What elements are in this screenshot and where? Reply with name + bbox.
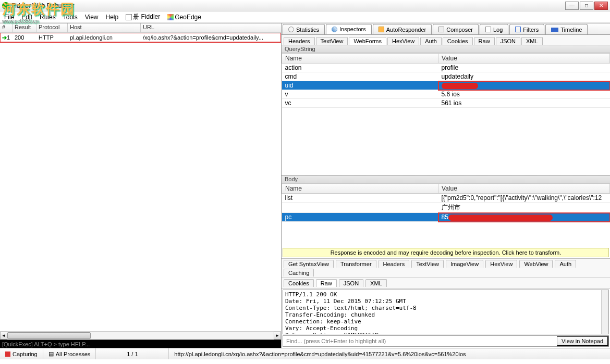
menu-view[interactable]: View xyxy=(85,14,99,21)
capture-icon xyxy=(5,352,10,357)
reqtab-json[interactable]: JSON xyxy=(496,37,520,45)
menu-help[interactable]: Help xyxy=(106,14,119,21)
table-row[interactable]: uid xyxy=(282,81,610,90)
qs-th-name[interactable]: Name xyxy=(282,54,438,64)
filter-icon xyxy=(515,27,521,32)
scroll-thumb[interactable] xyxy=(7,332,91,339)
resptab-raw[interactable]: Raw xyxy=(316,279,337,287)
window-title: Fiddler Web Debugger xyxy=(11,2,75,9)
processes-icon: ▤ xyxy=(48,350,54,357)
body-title: Body xyxy=(282,175,610,183)
resptab-hexview[interactable]: HexView xyxy=(485,260,517,268)
resptab-getsyntax[interactable]: Get SyntaxView xyxy=(284,260,334,268)
response-tabs-row2: Cookies Raw JSON XML xyxy=(282,278,610,288)
composer-icon xyxy=(438,27,444,32)
clock-icon xyxy=(288,27,294,32)
find-bar: View in Notepad xyxy=(283,335,609,347)
querystring-title: QueryString xyxy=(282,45,610,53)
status-capturing[interactable]: Capturing xyxy=(0,348,43,359)
lightning-icon xyxy=(379,27,384,32)
resptab-auth[interactable]: Auth xyxy=(555,260,576,268)
tab-composer[interactable]: Composer xyxy=(433,24,479,34)
tab-timeline[interactable]: Timeline xyxy=(545,24,588,34)
log-icon xyxy=(485,27,491,32)
reqtab-textview[interactable]: TextView xyxy=(316,37,348,45)
resptab-xml[interactable]: XML xyxy=(365,279,387,287)
magnifier-icon xyxy=(332,27,337,32)
timeline-icon xyxy=(551,28,558,32)
resptab-webview[interactable]: WebView xyxy=(519,260,553,268)
status-bar: Capturing ▤All Processes 1 / 1 http://pl… xyxy=(0,348,610,359)
session-row[interactable]: ➔1 200 HTTP pl.api.ledongli.cn /xq/io.as… xyxy=(0,33,281,42)
reqtab-auth[interactable]: Auth xyxy=(420,37,442,45)
app-icon xyxy=(2,2,9,9)
table-row[interactable]: list[{"pm2d5":0,"report":"[{\"activity\"… xyxy=(282,194,610,203)
table-row[interactable]: v5.6 ios xyxy=(282,90,610,99)
col-host[interactable]: Host xyxy=(68,23,141,32)
v-scrollbar[interactable] xyxy=(601,290,608,334)
session-icon: ➔ xyxy=(2,34,7,41)
table-row[interactable]: pc85 xyxy=(282,213,610,222)
status-processes[interactable]: ▤All Processes xyxy=(43,348,96,359)
status-count: 1 / 1 xyxy=(96,348,169,359)
table-row[interactable]: actionprofile xyxy=(282,64,610,72)
resptab-imageview[interactable]: ImageView xyxy=(446,260,483,268)
reqtab-cookies[interactable]: Cookies xyxy=(443,37,473,45)
raw-response[interactable]: HTTP/1.1 200 OK Date: Fri, 11 Dec 2015 0… xyxy=(283,290,609,334)
col-result[interactable]: Result xyxy=(13,23,36,32)
redacted-value xyxy=(448,215,553,221)
scroll-left-icon[interactable]: ◄ xyxy=(0,332,7,340)
menu-fiddler[interactable]: 册 Fiddler xyxy=(126,12,160,21)
querystring-table[interactable]: Name Value actionprofile cmdupdatedaily … xyxy=(282,53,610,108)
col-protocol[interactable]: Protocol xyxy=(36,23,68,32)
close-button[interactable]: ✕ xyxy=(594,2,608,10)
tab-inspectors[interactable]: Inspectors xyxy=(326,24,372,34)
resptab-headers[interactable]: Headers xyxy=(379,260,410,268)
table-row[interactable]: 广州市 xyxy=(282,203,610,213)
inspector-tabs: Statistics Inspectors AutoResponder Comp… xyxy=(282,23,610,35)
body-th-name[interactable]: Name xyxy=(282,184,438,194)
menu-geoedge[interactable]: GeoEdge xyxy=(167,14,201,21)
body-th-value[interactable]: Value xyxy=(438,184,610,194)
col-url[interactable]: URL xyxy=(141,23,281,32)
redacted-value xyxy=(442,83,478,89)
scroll-right-icon[interactable]: ► xyxy=(274,332,281,340)
reqtab-raw[interactable]: Raw xyxy=(474,37,495,45)
menu-bar: File Edit Rules Tools View Help 册 Fiddle… xyxy=(0,11,610,23)
reqtab-xml[interactable]: XML xyxy=(521,37,543,45)
status-url: http://pl.api.ledongli.cn/xq/io.ashx?&ac… xyxy=(169,348,610,359)
resptab-textview[interactable]: TextView xyxy=(411,260,444,268)
sessions-header: # Result Protocol Host URL xyxy=(0,23,281,33)
decode-notice[interactable]: Response is encoded and may require deco… xyxy=(283,248,609,257)
resptab-json[interactable]: JSON xyxy=(339,279,363,287)
reqtab-hexview[interactable]: HexView xyxy=(387,37,419,45)
tab-log[interactable]: Log xyxy=(480,24,508,34)
sessions-list[interactable]: ➔1 200 HTTP pl.api.ledongli.cn /xq/io.as… xyxy=(0,33,281,331)
find-input[interactable] xyxy=(283,336,557,346)
title-bar: Fiddler Web Debugger — □ ✕ xyxy=(0,0,610,11)
col-num[interactable]: # xyxy=(0,23,13,32)
reqtab-webforms[interactable]: WebForms xyxy=(349,37,386,45)
resptab-caching[interactable]: Caching xyxy=(284,269,314,277)
quickexec-input[interactable]: [QuickExec] ALT+Q > type HELP... xyxy=(0,340,281,348)
reqtab-headers[interactable]: Headers xyxy=(284,37,315,45)
maximize-button[interactable]: □ xyxy=(580,2,593,10)
menu-rules[interactable]: Rules xyxy=(40,14,56,21)
view-notepad-button[interactable]: View in Notepad xyxy=(557,336,608,346)
body-table[interactable]: Name Value list[{"pm2d5":0,"report":"[{\… xyxy=(282,183,610,222)
table-row[interactable]: cmdupdatedaily xyxy=(282,72,610,81)
h-scrollbar[interactable]: ◄ ► xyxy=(0,331,281,340)
qs-th-value[interactable]: Value xyxy=(438,54,610,64)
request-tabs: Headers TextView WebForms HexView Auth C… xyxy=(282,35,610,45)
menu-file[interactable]: File xyxy=(4,14,14,21)
table-row[interactable]: vc561 ios xyxy=(282,99,610,108)
minimize-button[interactable]: — xyxy=(565,2,579,10)
resptab-cookies[interactable]: Cookies xyxy=(284,279,314,287)
response-tabs: Get SyntaxView Transformer Headers TextV… xyxy=(282,258,610,278)
tab-statistics[interactable]: Statistics xyxy=(283,24,325,34)
tab-filters[interactable]: Filters xyxy=(509,24,544,34)
tab-autoresponder[interactable]: AutoResponder xyxy=(373,24,432,34)
menu-edit[interactable]: Edit xyxy=(21,14,32,21)
resptab-transformer[interactable]: Transformer xyxy=(336,260,376,268)
menu-tools[interactable]: Tools xyxy=(63,14,78,21)
